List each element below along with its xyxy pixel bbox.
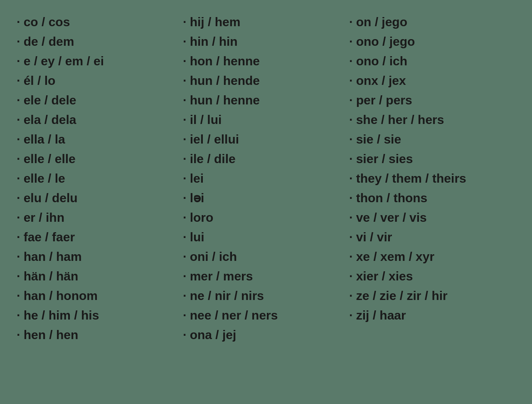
list-item: de / dem bbox=[17, 32, 183, 51]
list-item: he / him / his bbox=[17, 306, 183, 325]
list-item: ze / zie / zir / hir bbox=[349, 286, 515, 305]
list-item: hen / hen bbox=[17, 325, 183, 344]
list-item: hän / hän bbox=[17, 267, 183, 285]
list-item: on / jego bbox=[349, 12, 515, 31]
list-item: e / ey / em / ei bbox=[17, 52, 183, 70]
list-item: ela / dela bbox=[17, 110, 183, 129]
list-item: hon / henne bbox=[183, 52, 349, 70]
list-item: zij / haar bbox=[349, 306, 515, 325]
list-item: loro bbox=[183, 208, 349, 227]
list-item: xier / xies bbox=[349, 267, 515, 285]
list-item: elu / delu bbox=[17, 188, 183, 207]
list-item: she / her / hers bbox=[349, 110, 515, 129]
list-item: thon / thons bbox=[349, 188, 515, 207]
list-item: sie / sie bbox=[349, 130, 515, 149]
column-1: co / cosde / deme / ey / em / eiél / loe… bbox=[17, 12, 183, 344]
list-item: oni / ich bbox=[183, 247, 349, 266]
list-item: ləi bbox=[183, 188, 349, 207]
list-item: they / them / theirs bbox=[349, 169, 515, 188]
list-item: fae / faer bbox=[17, 228, 183, 246]
list-item: lei bbox=[183, 169, 349, 188]
list-item: hin / hin bbox=[183, 32, 349, 51]
pronoun-list: co / cosde / deme / ey / em / eiél / loe… bbox=[17, 12, 515, 344]
list-item: han / honom bbox=[17, 286, 183, 305]
list-item: elle / le bbox=[17, 169, 183, 188]
list-item: ona / jej bbox=[183, 325, 349, 344]
column-2: hij / hemhin / hinhon / hennehun / hende… bbox=[183, 12, 349, 344]
list-item: xe / xem / xyr bbox=[349, 247, 515, 266]
list-item: ono / ich bbox=[349, 52, 515, 70]
list-item: vi / vir bbox=[349, 228, 515, 246]
list-item: ono / jego bbox=[349, 32, 515, 51]
list-item: lui bbox=[183, 228, 349, 246]
list-item: nee / ner / ners bbox=[183, 306, 349, 325]
list-item: ve / ver / vis bbox=[349, 208, 515, 227]
list-item: ella / la bbox=[17, 130, 183, 149]
list-item: él / lo bbox=[17, 71, 183, 90]
list-item: onx / jex bbox=[349, 71, 515, 90]
list-item: ile / dile bbox=[183, 149, 349, 168]
list-item: hun / henne bbox=[183, 91, 349, 109]
list-item: ne / nir / nirs bbox=[183, 286, 349, 305]
list-item: ele / dele bbox=[17, 91, 183, 109]
list-item: co / cos bbox=[17, 12, 183, 31]
list-item: il / lui bbox=[183, 110, 349, 129]
list-item: hij / hem bbox=[183, 12, 349, 31]
list-item: hun / hende bbox=[183, 71, 349, 90]
list-item: elle / elle bbox=[17, 149, 183, 168]
list-item: iel / ellui bbox=[183, 130, 349, 149]
list-item: mer / mers bbox=[183, 267, 349, 285]
column-3: on / jegoono / jegoono / ichonx / jexper… bbox=[349, 12, 515, 344]
list-item: sier / sies bbox=[349, 149, 515, 168]
list-item: han / ham bbox=[17, 247, 183, 266]
list-item: er / ihn bbox=[17, 208, 183, 227]
list-item: per / pers bbox=[349, 91, 515, 109]
